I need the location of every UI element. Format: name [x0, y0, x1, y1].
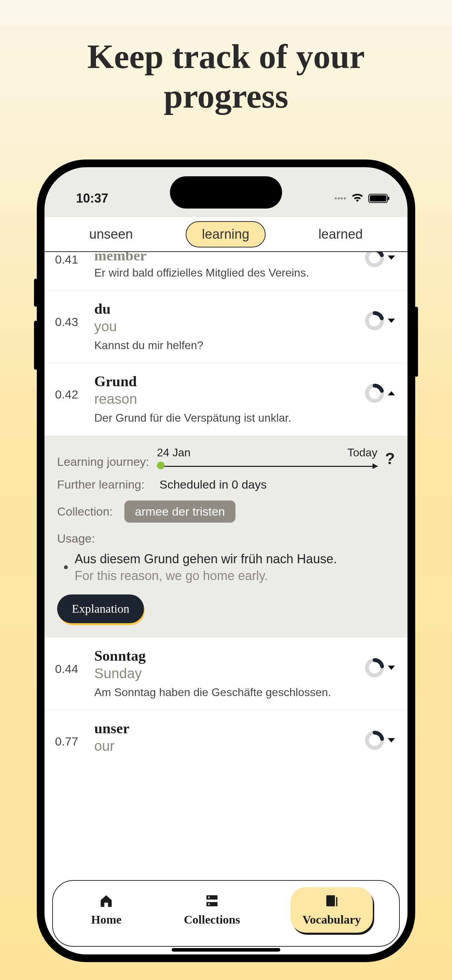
side-button: [34, 321, 38, 370]
score-value: 0.44: [55, 648, 87, 676]
phone-frame: 10:37 •••• unseen learning learned 0.41 …: [37, 159, 415, 962]
dynamic-island: [170, 176, 282, 208]
chevron-down-icon[interactable]: [388, 666, 395, 670]
word-translation: you: [94, 318, 358, 334]
chevron-down-icon[interactable]: [388, 738, 395, 742]
example-sentence: Er wird bald offizielles Mitglied des Ve…: [94, 265, 358, 280]
collection-chip[interactable]: armee der tristen: [124, 501, 236, 523]
vocabulary-row[interactable]: 0.42 Grund reason Der Grund für die Vers…: [45, 363, 407, 436]
home-icon: [99, 893, 113, 911]
tab-unseen[interactable]: unseen: [74, 222, 148, 247]
vocabulary-row[interactable]: 0.41 member Er wird bald offizielles Mit…: [45, 252, 407, 291]
nav-collections[interactable]: Collections: [172, 887, 252, 933]
further-learning-label: Further learning:: [57, 478, 152, 492]
journey-label: Learning journey:: [57, 455, 149, 469]
word-native: unser: [94, 720, 358, 737]
word-native: Grund: [94, 373, 358, 390]
usage-example: • Aus diesem Grund gehen wir früh nach H…: [57, 552, 395, 583]
status-time: 10:37: [76, 191, 108, 206]
vocabulary-row[interactable]: 0.43 du you Kannst du mir helfen?: [45, 291, 407, 363]
journey-marker-icon: [157, 461, 165, 469]
wifi-icon: [352, 193, 363, 204]
example-sentence: Der Grund für die Verspätung ist unklar.: [94, 410, 358, 425]
progress-ring-icon: [365, 311, 384, 331]
collection-label: Collection:: [57, 505, 117, 519]
example-sentence: Am Sonntag haben die Geschäfte geschloss…: [94, 685, 358, 700]
progress-ring-icon: [365, 730, 384, 750]
side-button: [34, 278, 38, 307]
chevron-down-icon[interactable]: [388, 256, 395, 260]
score-value: 0.43: [55, 301, 87, 329]
usage-sentence-native: Aus diesem Grund gehen wir früh nach Hau…: [75, 552, 337, 566]
cellular-dots-icon: ••••: [334, 194, 347, 203]
explanation-button[interactable]: Explanation: [57, 595, 144, 623]
screen: 10:37 •••• unseen learning learned 0.41 …: [45, 167, 407, 955]
progress-ring-icon: [365, 383, 384, 403]
vocabulary-tabs: unseen learning learned: [45, 217, 407, 252]
vocabulary-list[interactable]: 0.41 member Er wird bald offizielles Mit…: [45, 252, 407, 955]
battery-icon: [368, 194, 388, 203]
side-button: [414, 307, 418, 377]
word-translation: reason: [94, 391, 358, 407]
bottom-navigation: Home Collections Vocabulary: [52, 880, 400, 947]
journey-track: 24 Jan Today: [157, 446, 377, 469]
chevron-up-icon[interactable]: [388, 391, 395, 395]
example-sentence: Kannst du mir helfen?: [94, 338, 358, 353]
word-native: Sonntag: [94, 648, 358, 664]
journey-end-date: Today: [348, 446, 377, 459]
word-native: du: [94, 301, 358, 317]
help-icon[interactable]: ?: [385, 449, 395, 469]
progress-ring-icon: [365, 658, 384, 678]
news-icon: [325, 893, 339, 911]
journey-start-date: 24 Jan: [157, 446, 191, 459]
further-learning-value: Scheduled in 0 days: [159, 478, 267, 492]
tab-learning[interactable]: learning: [186, 221, 265, 247]
bullet-icon: •: [64, 552, 68, 583]
vocabulary-row[interactable]: 0.77 unser our: [45, 710, 407, 767]
tray-icon: [205, 893, 220, 911]
nav-home[interactable]: Home: [79, 887, 134, 933]
word-native: member: [94, 252, 358, 264]
score-value: 0.41: [55, 252, 87, 266]
score-value: 0.42: [55, 373, 87, 401]
score-value: 0.77: [55, 720, 87, 748]
nav-vocabulary[interactable]: Vocabulary: [290, 887, 373, 933]
word-translation: our: [94, 738, 358, 754]
vocabulary-detail-panel: Learning journey: 24 Jan Today ? Further…: [45, 436, 407, 638]
tab-learned[interactable]: learned: [303, 222, 379, 247]
usage-label: Usage:: [57, 532, 395, 546]
nav-label: Home: [91, 913, 122, 926]
vocabulary-row[interactable]: 0.44 Sonntag Sunday Am Sonntag haben die…: [45, 638, 407, 710]
nav-label: Vocabulary: [302, 913, 361, 926]
usage-sentence-translation: For this reason, we go home early.: [75, 568, 337, 583]
home-indicator[interactable]: [172, 948, 280, 951]
progress-ring-icon: [365, 252, 384, 267]
nav-label: Collections: [184, 913, 240, 926]
word-translation: Sunday: [94, 666, 358, 681]
chevron-down-icon[interactable]: [388, 318, 395, 323]
page-heading: Keep track of your progress: [0, 0, 452, 116]
